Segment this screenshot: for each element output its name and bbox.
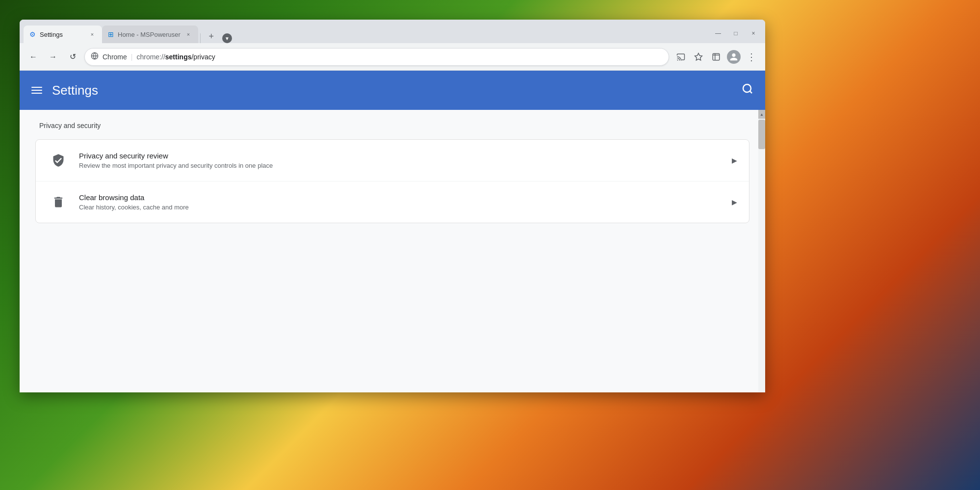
address-bar[interactable]: Chrome | chrome://settings/privacy bbox=[84, 48, 669, 66]
bookmark-button[interactable] bbox=[691, 49, 706, 65]
clear-browsing-title: Clear browsing data bbox=[79, 193, 732, 202]
scrollbar-thumb[interactable] bbox=[758, 120, 765, 149]
mspoweruser-tab-close[interactable]: × bbox=[184, 30, 192, 38]
clear-browsing-arrow: ▶ bbox=[732, 198, 737, 206]
privacy-review-title: Privacy and security review bbox=[79, 152, 732, 160]
browser-window: ⚙ Settings × ⊞ Home - MSPoweruser × + ▼ … bbox=[20, 20, 765, 392]
clear-browsing-item[interactable]: Clear browsing data Clear history, cooki… bbox=[36, 181, 749, 223]
settings-tab-close[interactable]: × bbox=[88, 30, 96, 38]
back-button[interactable]: ← bbox=[26, 49, 41, 65]
toolbar-actions: ⋮ bbox=[673, 49, 759, 65]
tab-bar: ⚙ Settings × ⊞ Home - MSPoweruser × + ▼ … bbox=[20, 20, 765, 43]
svg-marker-1 bbox=[695, 53, 702, 60]
settings-search-button[interactable] bbox=[742, 83, 753, 98]
privacy-review-text: Privacy and security review Review the m… bbox=[79, 152, 732, 169]
content-area: Settings Privacy and security bbox=[20, 71, 765, 392]
address-url: chrome://settings/privacy bbox=[136, 53, 663, 61]
scrollbar-up-button[interactable]: ▲ bbox=[758, 110, 765, 119]
address-separator: | bbox=[131, 53, 133, 61]
tab-dropdown-button[interactable]: ▼ bbox=[222, 33, 232, 43]
mspoweruser-tab[interactable]: ⊞ Home - MSPoweruser × bbox=[102, 26, 198, 43]
profile-avatar bbox=[727, 50, 741, 64]
clear-browsing-text: Clear browsing data Clear history, cooki… bbox=[79, 193, 732, 211]
privacy-review-arrow: ▶ bbox=[732, 156, 737, 164]
profile-button[interactable] bbox=[726, 49, 742, 65]
url-settings: settings bbox=[165, 53, 192, 61]
svg-point-2 bbox=[743, 84, 751, 92]
url-path: /privacy bbox=[191, 53, 215, 61]
settings-tab-title: Settings bbox=[40, 31, 84, 38]
window-controls: — □ × bbox=[710, 26, 761, 43]
settings-content: Privacy and security Privacy and securit… bbox=[20, 110, 765, 392]
close-button[interactable]: × bbox=[746, 26, 761, 40]
more-button[interactable]: ⋮ bbox=[744, 49, 759, 65]
scrollbar[interactable]: ▲ bbox=[758, 110, 765, 392]
privacy-security-card: Privacy and security review Review the m… bbox=[35, 139, 749, 223]
mspoweruser-tab-favicon: ⊞ bbox=[108, 30, 114, 38]
new-tab-button[interactable]: + bbox=[205, 29, 218, 43]
privacy-review-icon bbox=[48, 150, 69, 171]
privacy-review-item[interactable]: Privacy and security review Review the m… bbox=[36, 140, 749, 181]
url-prefix: chrome:// bbox=[136, 53, 165, 61]
address-site-name: Chrome bbox=[103, 53, 127, 61]
privacy-review-subtitle: Review the most important privacy and se… bbox=[79, 162, 732, 169]
cast-button[interactable] bbox=[673, 49, 689, 65]
tab-separator bbox=[200, 33, 201, 43]
clear-browsing-subtitle: Clear history, cookies, cache and more bbox=[79, 204, 732, 211]
labs-button[interactable] bbox=[708, 49, 724, 65]
settings-menu-button[interactable] bbox=[31, 87, 42, 94]
maximize-button[interactable]: □ bbox=[728, 26, 744, 40]
forward-button[interactable]: → bbox=[45, 49, 61, 65]
settings-tab-favicon: ⚙ bbox=[29, 30, 36, 38]
settings-tab[interactable]: ⚙ Settings × bbox=[24, 26, 102, 43]
site-security-icon bbox=[91, 52, 99, 61]
clear-browsing-icon bbox=[48, 191, 69, 213]
settings-page-title: Settings bbox=[52, 83, 742, 98]
minimize-button[interactable]: — bbox=[710, 26, 726, 40]
toolbar: ← → ↺ Chrome | chrome://settings/privacy bbox=[20, 43, 765, 71]
mspoweruser-tab-title: Home - MSPoweruser bbox=[118, 31, 181, 38]
section-title: Privacy and security bbox=[35, 122, 749, 129]
settings-header: Settings bbox=[20, 71, 765, 110]
reload-button[interactable]: ↺ bbox=[65, 49, 80, 65]
